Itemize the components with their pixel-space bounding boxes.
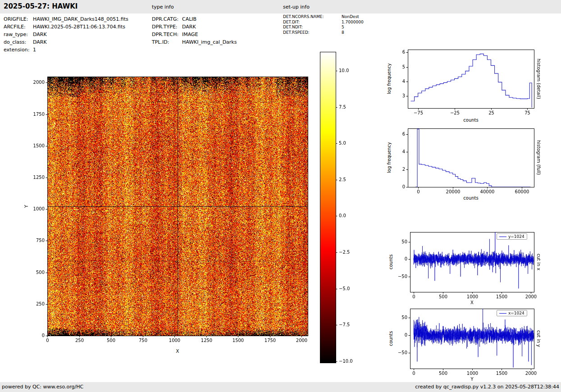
dark-frame-heatmap xyxy=(27,71,315,346)
hist-full-y-axis-label: log frequency xyxy=(386,128,392,187)
meta-value: IMAGE xyxy=(182,31,198,38)
meta-label: extension: xyxy=(4,46,33,54)
meta-row-ndit: DET.NDIT: 5 xyxy=(283,25,364,30)
meta-row-dit: DET.DIT: 1.7000000 xyxy=(283,20,364,25)
meta-value: HAWKI.2025-05-28T11:06:13.704.fits xyxy=(33,23,125,31)
meta-label: DPR.TECH: xyxy=(152,31,182,38)
setup-info-heading: set-up info xyxy=(283,4,310,10)
cut-y-legend-label: x=1024 xyxy=(508,311,525,315)
meta-value: 5 xyxy=(342,25,344,30)
legend-line-icon xyxy=(499,237,506,237)
main-x-axis-label: X xyxy=(47,349,308,354)
page-title: 2025-05-27: HAWKI xyxy=(4,2,78,10)
meta-value: 1 xyxy=(33,46,36,54)
meta-value: HAWKI_img_cal_Darks xyxy=(182,38,237,46)
histogram-full-plot xyxy=(396,123,540,195)
meta-row-dpr-catg: DPR.CATG: CALIB xyxy=(152,15,237,23)
meta-label: ORIGFILE: xyxy=(4,15,33,23)
meta-value: 1.7000000 xyxy=(342,20,364,25)
meta-row-extension: extension: 1 xyxy=(4,46,128,54)
meta-label: DPR.CATG: xyxy=(152,15,182,23)
hist-detail-title: histogram (detail) xyxy=(535,50,542,108)
meta-row-dpr-tech: DPR.TECH: IMAGE xyxy=(152,31,237,38)
cut-x-y-axis-label: counts xyxy=(388,232,394,292)
footer-powered-by: powered by QC: www.eso.org/HC xyxy=(2,384,83,390)
meta-row-tpl-id: TPL.ID: HAWKI_img_cal_Darks xyxy=(152,38,237,46)
cut-x-x-axis-label: X xyxy=(410,300,534,305)
file-metadata-column: ORIGFILE: HAWKI_IMG_DARK_Darks148_0051.f… xyxy=(4,15,128,54)
meta-label: DET.RSPEED: xyxy=(283,30,342,36)
meta-row-do-class: do_class: DARK xyxy=(4,38,128,46)
meta-label: TPL.ID: xyxy=(152,38,182,46)
legend-line-icon xyxy=(499,313,506,314)
setup-info-column: DET.NCORRS.NAME: NonDest DET.DIT: 1.7000… xyxy=(283,14,364,35)
cut-x-title: cut in x xyxy=(535,232,542,292)
footer-created-by: created by qc_rawdisp.py v1.2.3 on 2025-… xyxy=(415,384,559,390)
cut-y-x-axis-label: Y xyxy=(410,377,534,382)
meta-value: NonDest xyxy=(342,14,359,20)
meta-row-rspeed: DET.RSPEED: 8 xyxy=(283,30,364,36)
meta-label: raw_type: xyxy=(4,31,33,38)
header-bar: 2025-05-27: HAWKI type info set-up info xyxy=(0,0,561,14)
meta-label: DET.DIT: xyxy=(283,20,342,25)
footer-bar: powered by QC: www.eso.org/HC created by… xyxy=(0,382,561,392)
meta-value: DARK xyxy=(33,38,47,46)
meta-value: DARK xyxy=(33,31,47,38)
colorbar xyxy=(317,50,362,369)
hist-full-title: histogram (full) xyxy=(535,128,542,187)
meta-label: DET.NDIT: xyxy=(283,25,342,30)
meta-row-dpr-type: DPR.TYPE: DARK xyxy=(152,23,237,31)
meta-value: 8 xyxy=(342,30,344,36)
cut-y-y-axis-label: counts xyxy=(388,309,394,369)
hist-detail-y-axis-label: log frequency xyxy=(386,50,392,108)
type-info-column: DPR.CATG: CALIB DPR.TYPE: DARK DPR.TECH:… xyxy=(152,15,237,46)
type-info-heading: type info xyxy=(152,4,174,10)
meta-row-arcfile: ARCFILE: HAWKI.2025-05-28T11:06:13.704.f… xyxy=(4,23,128,31)
meta-value: HAWKI_IMG_DARK_Darks148_0051.fits xyxy=(33,15,128,23)
main-y-axis-label: Y xyxy=(23,77,30,336)
meta-row-raw-type: raw_type: DARK xyxy=(4,31,128,38)
cut-x-legend: y=1024 xyxy=(497,233,527,240)
meta-row-ncorrs: DET.NCORRS.NAME: NonDest xyxy=(283,14,364,20)
cut-y-legend: x=1024 xyxy=(497,310,527,316)
meta-value: DARK xyxy=(182,23,196,31)
cut-y-title: cut in y xyxy=(535,309,542,369)
qc-report-page: 2025-05-27: HAWKI type info set-up info … xyxy=(0,0,561,392)
meta-label: ARCFILE: xyxy=(4,23,33,31)
cut-x-legend-label: y=1024 xyxy=(508,234,525,239)
histogram-detail-plot xyxy=(396,44,540,116)
meta-row-origfile: ORIGFILE: HAWKI_IMG_DARK_Darks148_0051.f… xyxy=(4,15,128,23)
meta-label: DPR.TYPE: xyxy=(152,23,182,31)
hist-full-x-axis-label: counts xyxy=(408,196,534,201)
meta-value: CALIB xyxy=(182,15,196,23)
meta-label: DET.NCORRS.NAME: xyxy=(283,14,342,20)
meta-label: do_class: xyxy=(4,38,33,46)
hist-detail-x-axis-label: counts xyxy=(408,118,534,123)
